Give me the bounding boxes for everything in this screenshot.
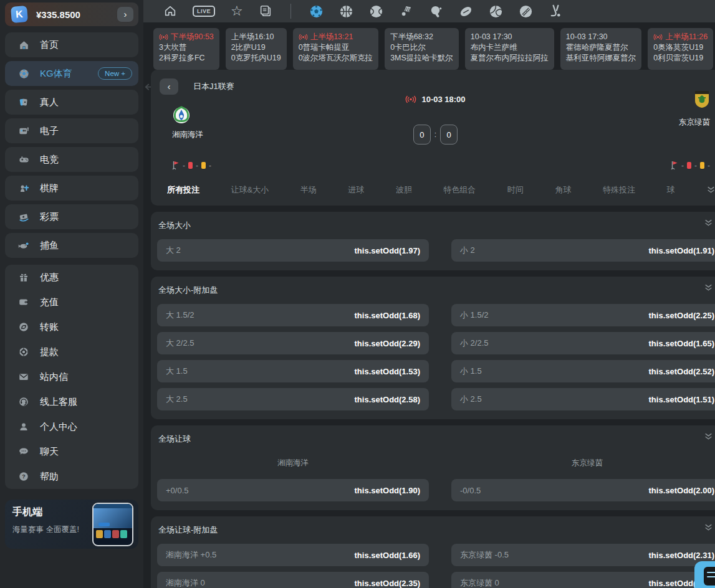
mobile-app-promo[interactable]: 手机端 海量赛事 全面覆盖!: [5, 500, 138, 549]
double-chevron-down-icon[interactable]: [704, 284, 713, 292]
topbar-divider: [290, 4, 291, 19]
double-chevron-down-icon[interactable]: [704, 219, 713, 227]
sport-badminton-icon[interactable]: [399, 4, 413, 19]
ticker-card[interactable]: 下半场68:32 0卡巴比尔 3MS提拉哈卡默尔: [385, 28, 459, 70]
ticker-card[interactable]: 上半场11:26 0奥洛莫茨U19 0利贝雷茨U19: [648, 28, 713, 70]
odds-button[interactable]: 大 1.5/2this.setOdd(1.68): [157, 304, 429, 326]
sidebar-item-label: 提款: [40, 346, 59, 358]
sport-basketball-icon[interactable]: [339, 4, 353, 19]
sport-rugby-icon[interactable]: [459, 4, 473, 19]
odds-value: this.setOdd(2.00): [649, 486, 714, 495]
ticker-away: 0利贝雷茨U19: [653, 53, 708, 64]
odds-button[interactable]: 小 2this.setOdd(1.91): [451, 239, 715, 262]
ticker-card[interactable]: 上半场16:10 2比萨U19 0克罗托内U19: [226, 28, 287, 70]
live-broadcast-icon: [159, 34, 168, 40]
double-chevron-down-icon[interactable]: [704, 524, 713, 532]
ticker-card[interactable]: 10-03 17:30 霍德哈萨隆夏普尔 基利亚特阿娜夏普尔: [560, 28, 642, 70]
live-broadcast-icon: [299, 34, 308, 40]
balance-card[interactable]: K ¥335.8500 ›: [5, 2, 138, 26]
sidebar-item-kg-sports[interactable]: KG体育 New +: [5, 61, 138, 86]
odds-button[interactable]: 大 2/2.5this.setOdd(2.29): [157, 332, 429, 354]
sport-table-tennis-icon[interactable]: [429, 4, 443, 19]
tab-corners[interactable]: 角球: [555, 184, 571, 196]
tab-handicap-ou[interactable]: 让球&大小: [231, 184, 269, 196]
sidebar-account-nav: 优惠 充值 转账 提款 站内信 线上客服 个人中心 聊天: [5, 265, 138, 489]
away-score: 0: [440, 125, 458, 145]
sidebar-item-slots[interactable]: 电子: [5, 118, 138, 143]
sidebar-item-promotions[interactable]: 优惠: [5, 265, 138, 290]
double-chevron-down-icon[interactable]: [704, 433, 713, 441]
sidebar-item-esports[interactable]: 电竞: [5, 147, 138, 172]
ticker-time: 下半场68:32: [390, 32, 433, 42]
tab-special-bets[interactable]: 特殊投注: [603, 184, 635, 196]
away-team-block: 东京绿茵: [679, 90, 710, 128]
home-icon[interactable]: [163, 4, 177, 18]
home-score: 0: [413, 125, 431, 145]
betslip-floating-button[interactable]: [694, 561, 715, 588]
odds-button[interactable]: 湘南海洋 0this.setOdd(2.35): [157, 572, 429, 588]
tab-specials-combo[interactable]: 特色组合: [443, 184, 476, 196]
sport-hockey-icon[interactable]: [549, 4, 563, 19]
slot-icon: [17, 125, 30, 137]
odds-label: 东京绿茵 0: [460, 577, 499, 588]
odds-button[interactable]: 湘南海洋 +0.5this.setOdd(1.66): [157, 544, 429, 566]
yellow-card-icon: [201, 162, 206, 169]
odds-button[interactable]: 小 2/2.5this.setOdd(1.65): [451, 332, 715, 354]
odds-button[interactable]: -0/0.5this.setOdd(2.00): [451, 479, 715, 501]
sidebar-item-label: 棋牌: [40, 183, 59, 194]
odds-value: this.setOdd(1.90): [355, 486, 420, 495]
sidebar-item-transfer[interactable]: 转账: [5, 315, 138, 339]
ticker-away: 2科罗拉多FC: [159, 53, 214, 64]
sidebar-item-messages[interactable]: 站内信: [5, 364, 138, 389]
odds-button[interactable]: 东京绿茵 0this.setOdd(1.64): [451, 572, 715, 588]
sport-tennis-icon[interactable]: [369, 4, 383, 19]
support-icon: [17, 396, 30, 408]
ticker-card[interactable]: 10-03 17:30 布内卡兰萨维 夏普尔布内阿拉拉阿拉: [465, 28, 554, 70]
odds-button[interactable]: 小 1.5/2this.setOdd(2.25): [451, 304, 715, 326]
sidebar-item-home[interactable]: 首页: [5, 32, 138, 57]
sidebar-item-withdraw[interactable]: 提款: [5, 339, 138, 364]
ticker-home: 3大坎普: [159, 42, 214, 53]
sidebar-item-help[interactable]: ? 帮助: [5, 464, 138, 489]
sidebar-item-profile[interactable]: 个人中心: [5, 414, 138, 439]
ticker-card[interactable]: 上半场13:21 0普瑞卡帕提亚 0波尔塔瓦沃尔斯克拉: [293, 28, 378, 70]
odds-button[interactable]: 大 2.5this.setOdd(2.58): [157, 388, 429, 410]
sidebar: K ¥335.8500 › 首页 KG体育 New + 真人 电子 电竞: [0, 0, 143, 588]
tab-players[interactable]: 球员: [666, 184, 675, 196]
sidebar-item-live-casino[interactable]: 真人: [5, 90, 138, 115]
sport-cricket-icon[interactable]: [519, 4, 533, 19]
live-match-ticker-row: 下半场90:53 3大坎普 2科罗拉多FC 上半场16:10 2比萨U19 0克…: [143, 22, 715, 70]
sport-soccer-icon[interactable]: [309, 4, 324, 19]
odds-button[interactable]: +0/0.5this.setOdd(1.90): [157, 479, 429, 501]
live-broadcast-icon: [405, 95, 416, 103]
star-icon[interactable]: ☆: [231, 4, 243, 18]
betslip-icon[interactable]: [259, 4, 272, 18]
odds-button[interactable]: 大 2this.setOdd(1.97): [157, 239, 429, 262]
odds-button[interactable]: 小 2.5this.setOdd(1.51): [451, 388, 715, 410]
odds-button[interactable]: 东京绿茵 -0.5this.setOdd(2.31): [451, 544, 715, 566]
live-icon[interactable]: LIVE: [193, 6, 215, 17]
ticker-card[interactable]: 下半场90:53 3大坎普 2科罗拉多FC: [153, 28, 219, 70]
odds-value: this.setOdd(2.58): [355, 395, 420, 404]
tab-half[interactable]: 半场: [300, 184, 317, 196]
sidebar-item-customer-service[interactable]: 线上客服: [5, 389, 138, 414]
back-button[interactable]: ‹: [160, 78, 178, 95]
sidebar-item-chat[interactable]: 聊天: [5, 439, 138, 464]
double-chevron-down-icon[interactable]: [707, 186, 715, 194]
sidebar-item-board-games[interactable]: 棋牌: [5, 176, 138, 201]
sidebar-item-deposit[interactable]: 充值: [5, 290, 138, 315]
tab-all-bets[interactable]: 所有投注: [167, 184, 199, 196]
tab-goals[interactable]: 进球: [348, 184, 364, 196]
tab-correct-score[interactable]: 波胆: [396, 184, 412, 196]
ticker-home: 2比萨U19: [231, 42, 281, 53]
sport-volleyball-icon[interactable]: [489, 4, 503, 19]
soccer-icon: [17, 67, 30, 80]
balance-expand-button[interactable]: ›: [117, 7, 133, 22]
odds-label: 湘南海洋 +0.5: [166, 549, 216, 561]
sidebar-item-fishing[interactable]: 捕鱼: [5, 233, 138, 258]
odds-button[interactable]: 大 1.5this.setOdd(1.53): [157, 360, 429, 382]
tab-time[interactable]: 时间: [507, 184, 524, 196]
odds-button[interactable]: 小 1.5this.setOdd(2.52): [451, 360, 715, 382]
sidebar-item-lottery[interactable]: 彩票: [5, 204, 138, 229]
ticker-home: 0奥洛莫茨U19: [653, 42, 708, 53]
